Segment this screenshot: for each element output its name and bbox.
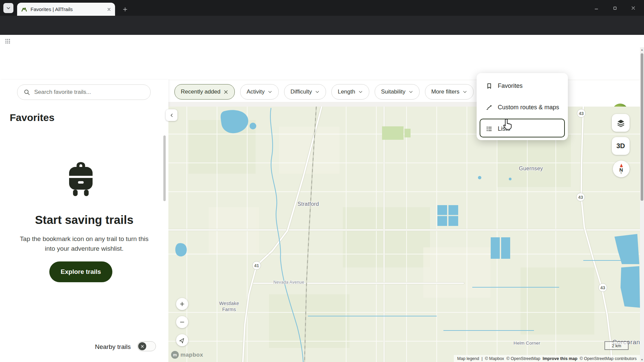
window-close-button[interactable] <box>629 4 638 12</box>
map-label: Helm Corner <box>514 341 540 346</box>
filter-chip-suitability[interactable]: Suitability <box>375 84 420 100</box>
mapbox-logo[interactable]: m mapbox <box>171 351 203 359</box>
map-canvas <box>168 107 640 362</box>
map-3d-button[interactable]: 3D <box>612 137 630 155</box>
improve-map-link[interactable]: Improve this map <box>543 356 578 361</box>
map-compass-button[interactable]: N <box>613 161 630 177</box>
window-maximize-button[interactable] <box>610 4 620 12</box>
route-shield: 43 <box>577 109 586 118</box>
filter-chip-activity[interactable]: Activity <box>240 84 279 100</box>
browser-tab-strip: Favorites | AllTrails <box>0 0 644 16</box>
scrollbar-up-arrow[interactable]: ▲ <box>640 47 644 52</box>
plus-icon <box>179 301 185 307</box>
mapbox-icon: m <box>171 351 179 359</box>
chevron-down-icon <box>315 89 320 94</box>
filter-chip-difficulty[interactable]: Difficulty <box>284 84 326 100</box>
chevron-down-icon <box>409 89 413 94</box>
mapbox-attribution-link[interactable]: © Mapbox <box>485 356 504 361</box>
route-shield: 43 <box>576 193 585 201</box>
sidebar-scrollbar-thumb[interactable] <box>163 135 166 201</box>
maximize-icon <box>613 6 617 10</box>
tab-title: Favorites | AllTrails <box>31 6 107 12</box>
screen: Favorites | AllTrails alltrails.com/memb… <box>0 0 644 362</box>
saved-dropdown-menu: Favorites Custom routes & maps Lists <box>477 73 568 140</box>
alltrails-favicon <box>21 6 27 12</box>
apps-shortcut-button[interactable] <box>3 37 12 46</box>
sidebar-search[interactable] <box>17 84 151 100</box>
list-icon <box>486 125 493 132</box>
map-zoom-in-button[interactable] <box>176 298 188 310</box>
window-minimize-button[interactable] <box>592 4 601 12</box>
route-shield: 41 <box>252 261 261 270</box>
page-scrollbar[interactable]: ▲ ▼ <box>640 47 644 362</box>
route-shield: 43 <box>598 283 607 292</box>
explore-trails-button[interactable]: Explore trails <box>49 261 112 282</box>
empty-state-body: Tap the bookmark icon on any trail to tu… <box>19 234 150 254</box>
tab-close-icon[interactable] <box>107 7 111 11</box>
layers-icon <box>616 119 625 127</box>
nearby-trails-label: Nearby trails <box>95 343 131 351</box>
filter-chip-length[interactable]: Length <box>331 84 369 100</box>
route-icon <box>486 104 493 111</box>
chevron-left-icon <box>169 113 174 118</box>
browser-toolbar: alltrails.com/members/sarah-tyler-73/fav… <box>0 16 644 35</box>
chevron-down-icon <box>358 89 363 94</box>
backpack-icon <box>63 159 99 198</box>
new-tab-button[interactable] <box>120 4 130 14</box>
menu-item-custom-routes[interactable]: Custom routes & maps <box>477 97 568 118</box>
chevron-down-icon <box>268 89 272 94</box>
search-icon <box>23 89 30 96</box>
remove-filter-icon[interactable] <box>223 89 228 95</box>
map-legend-link[interactable]: Map legend <box>457 356 479 361</box>
osm-contributors-link[interactable]: © OpenStreetMap contributors <box>580 356 637 361</box>
toggle-knob <box>138 342 146 350</box>
map-zoom-out-button[interactable] <box>176 316 188 328</box>
bookmark-icon <box>486 82 493 89</box>
map-scale: 2 km <box>604 341 629 350</box>
plus-icon <box>122 7 128 12</box>
apps-grid-icon <box>5 38 11 44</box>
filter-chip-recently-added[interactable]: Recently added <box>174 84 235 100</box>
navigation-arrow-icon <box>178 336 186 344</box>
minimize-icon <box>594 6 599 10</box>
map-label: Nevada Avenue <box>273 280 304 285</box>
map-label: Westlake Farms <box>214 301 245 312</box>
menu-item-favorites[interactable]: Favorites <box>477 75 568 97</box>
chevron-down-icon <box>463 89 467 94</box>
close-icon <box>631 6 636 10</box>
page-scrollbar-thumb[interactable] <box>641 53 643 201</box>
map-label: Stratford <box>298 201 319 207</box>
chevron-down-icon <box>6 6 11 10</box>
compass-south-icon <box>620 172 623 174</box>
menu-item-lists[interactable]: Lists <box>477 118 568 139</box>
bookmarks-bar <box>0 35 644 47</box>
sidebar-collapse-button[interactable] <box>166 109 177 121</box>
nearby-trails-toggle[interactable] <box>137 341 156 351</box>
osm-attribution-link[interactable]: © OpenStreetMap <box>506 356 540 361</box>
tab-search-button[interactable] <box>3 3 13 13</box>
sidebar-title: Favorites <box>10 112 54 123</box>
map-layers-button[interactable] <box>612 114 630 132</box>
map[interactable]: Guernsey Stratford Nevada Avenue Westlak… <box>168 107 640 362</box>
sidebar-search-input[interactable] <box>34 85 146 100</box>
browser-tab[interactable]: Favorites | AllTrails <box>17 3 115 16</box>
map-label: Guernsey <box>519 166 543 172</box>
map-attribution: Map legend | © Mapbox © OpenStreetMap Im… <box>454 355 640 362</box>
toggle-off-icon <box>141 345 144 348</box>
empty-state-heading: Start saving trails <box>0 213 168 227</box>
minus-icon <box>179 319 185 325</box>
map-locate-button[interactable] <box>176 334 188 346</box>
scrollbar-down-arrow[interactable]: ▼ <box>640 357 644 362</box>
filter-chip-more-filters[interactable]: More filters <box>425 84 474 100</box>
filter-bar: Recently added Activity Difficulty Lengt… <box>174 84 474 99</box>
